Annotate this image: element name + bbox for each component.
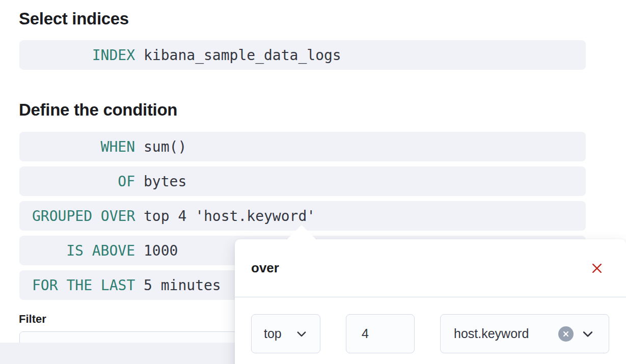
group-select-value: top [264,326,282,341]
expression-index[interactable]: INDEX kibana_sample_data_logs [19,40,586,70]
filter-label: Filter [19,313,46,326]
expression-of-keyword: OF [32,173,135,190]
chevron-down-icon [581,327,594,341]
expression-index-keyword: INDEX [32,47,135,64]
expression-grouped-over-value: top 4 'host.keyword' [144,208,315,225]
expression-when[interactable]: WHEN sum() [19,132,586,161]
expression-for-the-last-value: 5 minutes [144,277,221,294]
popover-body: top 4 host.keyword [235,297,626,353]
expression-of-value: bytes [144,173,186,190]
group-over-popover: over top 4 host.keyword [235,239,626,364]
section-title-select-indices: Select indices [19,9,129,29]
close-button[interactable] [589,261,605,276]
expression-is-above-value: 1000 [144,242,178,259]
expression-when-keyword: WHEN [32,138,135,155]
expression-of[interactable]: OF bytes [19,166,586,196]
group-size-value: 4 [362,326,369,341]
popover-title: over [251,260,279,276]
expression-when-value: sum() [144,138,186,155]
popover-header: over [235,239,626,297]
cross-in-circle-icon[interactable] [558,326,574,342]
chevron-down-icon [295,328,308,340]
group-field-combobox[interactable]: host.keyword [440,314,609,353]
expression-is-above-keyword: IS ABOVE [32,242,135,259]
x-icon [590,262,604,275]
expression-for-the-last-keyword: FOR THE LAST [32,277,135,294]
group-size-input[interactable]: 4 [346,314,415,353]
expression-grouped-over-keyword: GROUPED OVER [32,208,135,225]
expression-index-value: kibana_sample_data_logs [144,47,341,64]
group-field-value: host.keyword [454,326,529,341]
section-title-define-condition: Define the condition [19,100,177,120]
group-select[interactable]: top [251,314,320,353]
